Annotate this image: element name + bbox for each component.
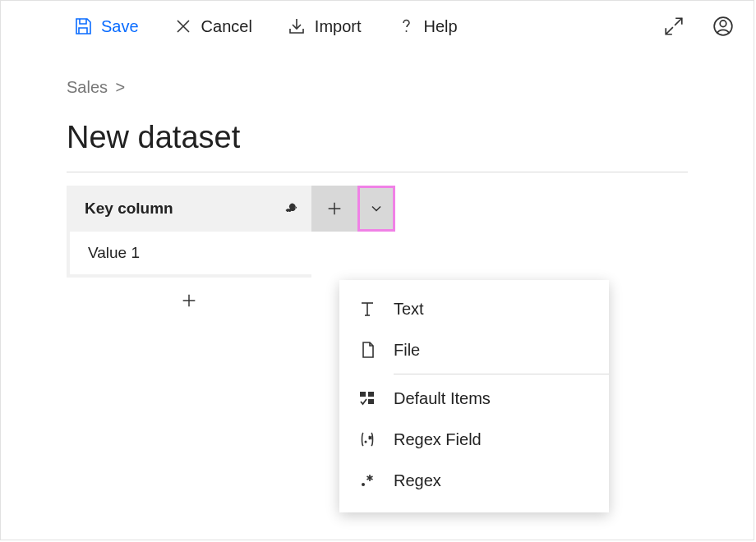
help-button[interactable]: Help bbox=[396, 16, 458, 36]
add-column-dropdown[interactable] bbox=[357, 186, 395, 232]
save-button[interactable]: Save bbox=[73, 16, 139, 36]
save-label: Save bbox=[101, 17, 139, 36]
expand-icon bbox=[663, 16, 685, 37]
plus-icon bbox=[325, 200, 343, 218]
svg-point-2 bbox=[720, 21, 726, 27]
key-column-header[interactable]: Key column bbox=[67, 186, 311, 232]
menu-item-label: Text bbox=[394, 300, 424, 319]
page-title: New dataset bbox=[67, 120, 688, 172]
cancel-button[interactable]: Cancel bbox=[173, 16, 252, 36]
save-icon bbox=[73, 16, 93, 36]
svg-rect-4 bbox=[368, 392, 374, 397]
close-icon bbox=[173, 16, 193, 36]
menu-item-label: Default Items bbox=[394, 389, 491, 408]
menu-item-regex[interactable]: Regex bbox=[339, 460, 609, 501]
svg-point-6 bbox=[365, 441, 367, 443]
value-cell-text: Value 1 bbox=[88, 244, 140, 262]
column-type-menu: Text File Default Items Regex Field Reg bbox=[339, 280, 609, 512]
default-items-icon bbox=[357, 388, 377, 408]
fullscreen-button[interactable] bbox=[663, 16, 685, 37]
breadcrumb-sep: > bbox=[113, 78, 129, 96]
account-button[interactable] bbox=[712, 16, 734, 37]
menu-item-label: Regex Field bbox=[394, 430, 482, 449]
import-button[interactable]: Import bbox=[287, 16, 362, 36]
menu-item-label: File bbox=[394, 341, 420, 360]
menu-item-regex-field[interactable]: Regex Field bbox=[339, 419, 609, 460]
text-icon bbox=[357, 299, 377, 319]
breadcrumb[interactable]: Sales > bbox=[67, 78, 688, 97]
chevron-down-icon bbox=[368, 200, 385, 217]
add-column-button[interactable] bbox=[311, 186, 357, 232]
file-icon bbox=[357, 340, 377, 360]
key-column-header-label: Key column bbox=[85, 200, 285, 218]
user-icon bbox=[712, 16, 734, 37]
breadcrumb-root: Sales bbox=[67, 78, 108, 96]
svg-point-0 bbox=[405, 30, 407, 32]
help-label: Help bbox=[424, 17, 458, 36]
key-icon bbox=[285, 201, 300, 216]
menu-item-default-items[interactable]: Default Items bbox=[339, 378, 609, 419]
toolbar: Save Cancel Import Help bbox=[1, 1, 754, 52]
menu-item-file[interactable]: File bbox=[339, 329, 609, 370]
menu-item-label: Regex bbox=[394, 471, 441, 490]
import-icon bbox=[287, 16, 307, 36]
cancel-label: Cancel bbox=[201, 17, 252, 36]
svg-point-7 bbox=[362, 483, 365, 486]
menu-separator bbox=[394, 374, 609, 374]
regex-field-icon bbox=[357, 429, 377, 449]
regex-icon bbox=[357, 471, 377, 490]
value-cell[interactable]: Value 1 bbox=[67, 232, 311, 278]
menu-item-text[interactable]: Text bbox=[339, 288, 609, 329]
svg-rect-5 bbox=[368, 399, 374, 404]
svg-rect-3 bbox=[360, 392, 366, 397]
add-row-button[interactable] bbox=[67, 278, 311, 324]
help-icon bbox=[396, 16, 416, 36]
plus-icon bbox=[180, 292, 198, 310]
import-label: Import bbox=[315, 17, 362, 36]
